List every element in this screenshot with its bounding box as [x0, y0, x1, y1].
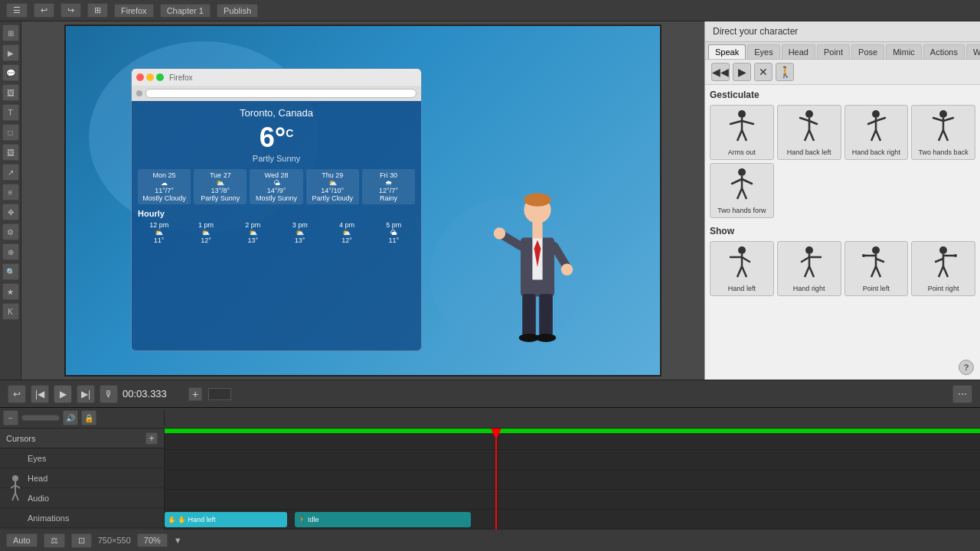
mic-btn[interactable]: 🎙	[100, 385, 118, 403]
eq-btn[interactable]: ⚖	[44, 533, 65, 548]
move-tool[interactable]: ✥	[2, 204, 19, 220]
layers-tool[interactable]: ⊕	[2, 243, 19, 260]
undo-btn[interactable]: ↩	[34, 3, 54, 18]
tl-left-controls: − 🔊 🔒	[0, 410, 165, 425]
redo-btn[interactable]: ↪	[60, 3, 81, 18]
shape-tool[interactable]: □	[2, 124, 19, 141]
help-button[interactable]: ?	[959, 360, 974, 375]
play-btn[interactable]: ▶	[54, 385, 72, 403]
gesticulate-title: Gesticulate	[710, 90, 975, 100]
weather-condition: Partly Sunny	[138, 154, 415, 163]
pose-hand-back-right[interactable]: Hand back right	[844, 105, 909, 160]
pose-arms-out-label: Arms out	[712, 148, 772, 156]
stop-action-btn[interactable]: ✕	[754, 63, 773, 81]
eyes-label: Eyes	[28, 454, 46, 463]
tab-pose[interactable]: Pose	[851, 44, 884, 59]
clip-idle-icon: 🚶	[298, 516, 306, 523]
resolution-text: 750×550	[98, 536, 131, 545]
svg-point-38	[738, 168, 746, 176]
k-tool[interactable]: K	[2, 303, 19, 320]
tab-walk[interactable]: Walk	[966, 44, 980, 59]
svg-line-41	[742, 179, 752, 184]
top-toolbar: ☰ ↩ ↪ ⊞ Firefox Chapter 1 Publish	[0, 0, 980, 21]
pose-two-hands-back-label: Two hands back	[913, 148, 973, 156]
svg-line-55	[809, 266, 814, 277]
stack-tool[interactable]: ≡	[2, 184, 19, 201]
svg-point-14	[738, 110, 746, 118]
zoom-arrow: ▼	[174, 536, 182, 545]
tl-head-row	[165, 470, 980, 490]
chapter-btn[interactable]: Chapter 1	[160, 4, 211, 18]
tab-actions[interactable]: Actions	[923, 44, 965, 59]
publish-btn[interactable]: Publish	[217, 4, 258, 18]
star-tool[interactable]: ★	[2, 283, 19, 300]
tl-cursors-row	[165, 429, 980, 450]
aspect-btn[interactable]: ⊡	[71, 533, 92, 548]
svg-point-59	[862, 254, 865, 257]
svg-line-30	[871, 130, 876, 141]
gallery-tool[interactable]: 🖼	[2, 144, 19, 161]
left-toolbar: ⊞ ▶ 💬 🖼 T □ 🖼 ↗ ≡ ✥ ⚙ ⊕ 🔍 ★ K	[0, 21, 21, 380]
svg-line-40	[732, 179, 742, 184]
show-title: Show	[710, 226, 975, 236]
pose-point-left[interactable]: Point left	[844, 241, 909, 296]
pose-two-hands-back[interactable]: Two hands back	[911, 105, 975, 160]
zoom-btn[interactable]: 70%	[137, 533, 168, 547]
svg-point-12	[536, 334, 556, 342]
tl-track-labels: Cursors + Eyes Head A	[0, 429, 165, 530]
settings-tool[interactable]: ⚙	[2, 223, 19, 240]
weather-temp: 6°C	[138, 122, 415, 154]
add-marker-btn[interactable]: +	[188, 387, 202, 401]
pose-hand-back-left[interactable]: Hand back left	[777, 105, 841, 160]
forward-btn[interactable]: ▶|	[77, 385, 95, 403]
tab-head[interactable]: Head	[782, 44, 815, 59]
grid-tool[interactable]: ⊞	[2, 24, 19, 41]
tl-lock[interactable]: 🔒	[81, 410, 96, 425]
pose-point-right[interactable]: Point right	[911, 241, 975, 296]
undo-ctrl-btn[interactable]: ↩	[8, 385, 26, 403]
tl-zoom-out[interactable]: −	[3, 410, 18, 425]
image-tool[interactable]: 🖼	[2, 84, 19, 101]
tab-eyes[interactable]: Eyes	[747, 44, 779, 59]
tab-speak[interactable]: Speak	[708, 44, 746, 59]
clip-hand-left[interactable]: ✋ ✋ Hand left	[165, 512, 287, 527]
animations-label: Animations	[28, 514, 69, 523]
timeline-area: − 🔊 🔒 1s 2s 3s 4s 5s 6s 7s Cursors +	[0, 407, 980, 530]
search-tool[interactable]: 🔍	[2, 263, 19, 280]
clip-idle-label: Idle	[308, 516, 319, 523]
play-action-btn[interactable]: ▶	[733, 63, 751, 81]
gestures-section: Gesticulate Arms out	[705, 85, 980, 380]
pose-hand-right-label: Hand right	[779, 285, 839, 292]
tabs-row: Speak Eyes Head Point Pose Mimic Actions…	[705, 42, 980, 60]
auto-btn[interactable]: Auto	[6, 533, 38, 547]
tab-point[interactable]: Point	[817, 44, 850, 59]
forecast-row-1: Mon 25☁11°/7°Mostly Cloudy Tue 27⛅13°/8°…	[138, 169, 415, 204]
weather-titlebar: Firefox	[132, 69, 421, 86]
pose-hand-right[interactable]: Hand right	[777, 241, 841, 296]
pose-hand-left[interactable]: Hand left	[710, 241, 774, 296]
play-tool[interactable]: ▶	[2, 44, 19, 61]
chat-tool[interactable]: 💬	[2, 64, 19, 81]
tl-zoom-slider[interactable]	[21, 415, 60, 421]
menu-btn[interactable]: ☰	[6, 3, 28, 18]
file-btn[interactable]: Firefox	[114, 4, 154, 18]
tl-volume[interactable]: 🔊	[63, 410, 78, 425]
svg-point-70	[12, 475, 18, 481]
rewind-btn[interactable]: |◀	[31, 385, 49, 403]
pose-arms-out[interactable]: Arms out	[710, 105, 774, 160]
add-track-btn[interactable]: +	[145, 432, 158, 445]
text-tool[interactable]: T	[2, 104, 19, 121]
timeline-options-btn[interactable]: ⋯	[952, 385, 972, 403]
svg-line-42	[737, 188, 742, 199]
tab-mimic[interactable]: Mimic	[886, 44, 922, 59]
pose-two-hands-forward[interactable]: Two hands forw	[710, 163, 774, 218]
person-action-btn[interactable]: 🚶	[776, 63, 794, 81]
arrow-tool[interactable]: ↗	[2, 164, 19, 181]
svg-point-8	[561, 264, 573, 276]
pose-point-left-label: Point left	[847, 285, 906, 292]
prev-action-btn[interactable]: ◀◀	[711, 63, 730, 81]
clip-idle[interactable]: 🚶 Idle	[295, 512, 471, 527]
grid-btn[interactable]: ⊞	[87, 3, 108, 18]
svg-point-32	[939, 110, 947, 118]
char-thumbnail	[8, 474, 31, 520]
